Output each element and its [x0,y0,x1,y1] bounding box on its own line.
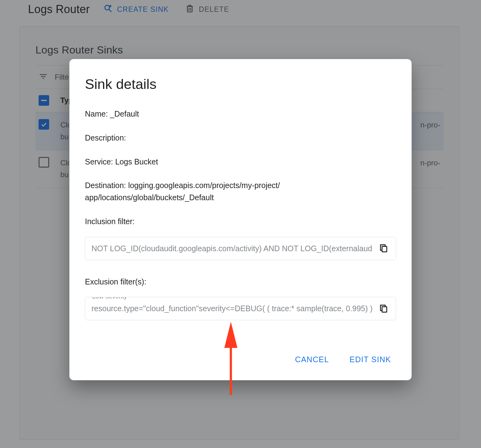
copy-icon [379,249,388,254]
copy-exclusion-button[interactable] [377,302,390,316]
dialog-title: Sink details [85,76,396,92]
copy-icon [379,309,388,314]
field-destination: Destination: logging.googleapis.com/proj… [85,179,396,204]
modal-scrim[interactable]: Sink details Name: _Default Description:… [0,0,481,448]
field-service: Service: Logs Bucket [85,156,396,168]
exclusion-filter-label: Exclusion filter(s): [85,276,396,288]
sink-details-dialog: Sink details Name: _Default Description:… [69,59,412,380]
exclusion-filter-value: resource.type="cloud_function"severity<=… [91,304,373,313]
inclusion-filter-value: NOT LOG_ID(cloudaudit.googleapis.com/act… [91,244,372,253]
svg-rect-7 [382,247,387,252]
field-description: Description: [85,132,396,144]
inclusion-filter-label: Inclusion filter: [85,215,396,228]
copy-inclusion-button[interactable] [377,242,390,256]
field-name: Name: _Default [85,108,396,120]
cancel-button[interactable]: CANCEL [292,351,331,368]
svg-rect-8 [382,307,387,312]
inclusion-filter-box: NOT LOG_ID(cloudaudit.googleapis.com/act… [85,237,396,260]
edit-sink-button[interactable]: EDIT SINK [347,351,394,368]
exclusion-filter-box: Low-severity resource.type="cloud_functi… [85,297,396,320]
exclusion-filter-legend: Low-severity [90,297,129,300]
